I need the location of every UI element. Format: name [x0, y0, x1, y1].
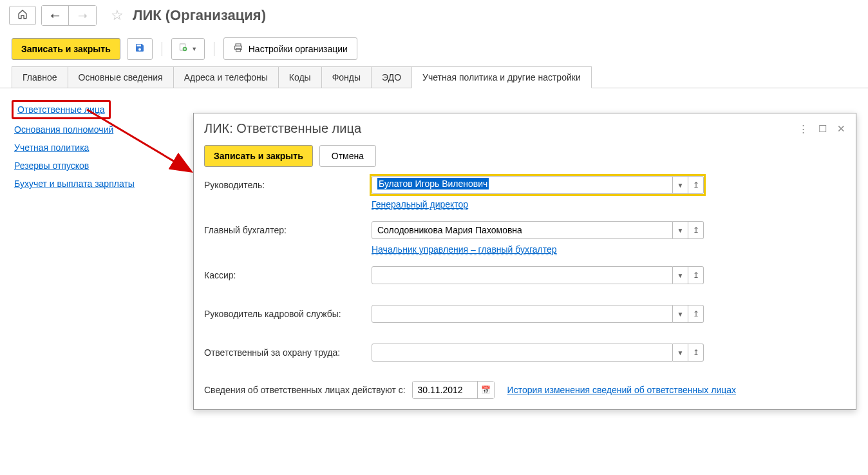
field-row-director: Руководитель: Булатов Игорь Виленович ▼ … [204, 176, 845, 194]
field-row-hr: Руководитель кадровой службы: ▼ ↥ [204, 305, 845, 323]
separator [214, 42, 214, 56]
position-row-accountant: Начальник управления – главный бухгалтер [204, 244, 845, 255]
input-wrap-hr: ▼ ↥ [372, 305, 704, 323]
label-cashier: Кассир: [204, 270, 372, 280]
content: Ответственные лица Основания полномочий … [0, 88, 868, 202]
open-button[interactable]: ↥ [688, 176, 704, 194]
caret-down-icon: ▼ [677, 272, 684, 279]
panel-controls: ⋮ ☐ ✕ [798, 123, 845, 135]
page-title: ЛИК (Организация) [133, 7, 266, 24]
input-wrap-cashier: ▼ ↥ [372, 266, 704, 284]
open-button[interactable]: ↥ [688, 305, 704, 323]
director-input[interactable]: Булатов Игорь Виленович [372, 176, 673, 194]
tab-addresses[interactable]: Адреса и телефоны [173, 66, 279, 88]
tab-basic-info[interactable]: Основные сведения [68, 66, 174, 88]
more-icon[interactable]: ⋮ [798, 123, 808, 135]
tab-main[interactable]: Главное [12, 66, 68, 88]
accountant-input[interactable] [372, 221, 673, 239]
document-plus-icon [178, 43, 189, 55]
field-row-accountant: Главный бухгалтер: ▼ ↥ [204, 221, 845, 239]
tabs: Главное Основные сведения Адреса и телеф… [0, 66, 868, 88]
history-link[interactable]: История изменения сведений об ответствен… [507, 385, 736, 395]
position-row-director: Генеральный директор [204, 199, 845, 209]
date-input-wrap: 📅 [412, 381, 495, 399]
responsible-panel: ЛИК: Ответственные лица ⋮ ☐ ✕ Записать и… [193, 113, 856, 410]
svg-rect-4 [236, 48, 240, 52]
floppy-icon [135, 43, 145, 55]
open-button[interactable]: ↥ [688, 221, 704, 239]
effective-date-label: Сведения об ответственных лицах действую… [204, 385, 406, 395]
panel-save-close-button[interactable]: Записать и закрыть [204, 145, 313, 167]
arrow-right-icon: 🠒 [78, 10, 88, 21]
open-icon: ↥ [693, 348, 699, 357]
label-accountant: Главный бухгалтер: [204, 225, 372, 235]
input-wrap-accountant: ▼ ↥ [372, 221, 704, 239]
sidebar: Ответственные лица Основания полномочий … [12, 97, 192, 193]
open-icon: ↥ [693, 226, 699, 235]
sidebar-item-vacation[interactable]: Резервы отпусков [12, 157, 192, 175]
field-row-cashier: Кассир: ▼ ↥ [204, 266, 845, 284]
create-dropdown-button[interactable]: ▼ [171, 38, 205, 60]
tab-edo[interactable]: ЭДО [371, 66, 412, 88]
open-icon: ↥ [693, 309, 699, 318]
close-icon[interactable]: ✕ [837, 123, 845, 135]
nav-button-group: 🠐 🠒 [41, 5, 97, 26]
open-icon: ↥ [693, 271, 699, 280]
effective-date-input[interactable] [413, 382, 477, 398]
main-toolbar: Записать и закрыть ▼ Настройки организац… [0, 31, 868, 66]
caret-down-icon: ▼ [677, 227, 684, 234]
top-nav: 🠐 🠒 ☆ ЛИК (Организация) [0, 0, 868, 31]
label-director: Руководитель: [204, 180, 372, 190]
caret-down-icon: ▼ [677, 311, 684, 318]
accountant-position-link[interactable]: Начальник управления – главный бухгалтер [372, 244, 557, 255]
director-position-link[interactable]: Генеральный директор [372, 199, 468, 210]
org-settings-button[interactable]: Настройки организации [223, 37, 357, 60]
org-settings-label: Настройки организации [249, 44, 348, 54]
tab-funds[interactable]: Фонды [321, 66, 372, 88]
save-button[interactable] [127, 38, 153, 60]
open-button[interactable]: ↥ [688, 266, 704, 284]
field-row-safety: Ответственный за охрану труда: ▼ ↥ [204, 344, 845, 362]
dropdown-button[interactable]: ▼ [673, 305, 688, 323]
dropdown-button[interactable]: ▼ [673, 344, 688, 362]
label-safety: Ответственный за охрану труда: [204, 347, 372, 358]
calendar-icon: 📅 [481, 385, 491, 394]
sidebar-item-authority[interactable]: Основания полномочий [12, 121, 192, 139]
back-button[interactable]: 🠐 [42, 6, 69, 25]
hr-input[interactable] [372, 305, 673, 323]
open-button[interactable]: ↥ [688, 344, 704, 362]
open-icon: ↥ [693, 180, 699, 189]
printer-icon [233, 43, 243, 55]
panel-toolbar: Записать и закрыть Отмена [194, 141, 856, 176]
home-icon [17, 9, 28, 22]
director-input-value: Булатов Игорь Виленович [377, 178, 489, 189]
tab-accounting-policy[interactable]: Учетная политика и другие настройки [411, 66, 592, 88]
dropdown-button[interactable]: ▼ [673, 221, 688, 239]
save-close-button[interactable]: Записать и закрыть [12, 38, 120, 60]
panel-cancel-button[interactable]: Отмена [319, 145, 376, 167]
star-icon[interactable]: ☆ [111, 7, 124, 24]
input-wrap-safety: ▼ ↥ [372, 344, 704, 362]
panel-header: ЛИК: Ответственные лица ⋮ ☐ ✕ [194, 113, 856, 141]
safety-input[interactable] [372, 344, 673, 362]
sidebar-item-salary[interactable]: Бухучет и выплата зарплаты [12, 175, 192, 193]
panel-body: Руководитель: Булатов Игорь Виленович ▼ … [194, 176, 856, 409]
tab-codes[interactable]: Коды [278, 66, 322, 88]
home-button[interactable] [9, 6, 36, 25]
label-hr: Руководитель кадровой службы: [204, 309, 372, 319]
calendar-button[interactable]: 📅 [477, 382, 494, 398]
caret-down-icon: ▼ [677, 182, 684, 189]
maximize-icon[interactable]: ☐ [818, 123, 827, 135]
dropdown-button[interactable]: ▼ [673, 266, 688, 284]
arrow-left-icon: 🠐 [50, 10, 60, 21]
sidebar-item-responsible[interactable]: Ответственные лица [12, 100, 111, 119]
forward-button[interactable]: 🠒 [69, 6, 96, 25]
input-wrap-director: Булатов Игорь Виленович ▼ ↥ [372, 176, 704, 194]
panel-title: ЛИК: Ответственные лица [204, 121, 798, 136]
dropdown-button[interactable]: ▼ [673, 176, 688, 194]
sidebar-item-policy[interactable]: Учетная политика [12, 139, 192, 157]
cashier-input[interactable] [372, 266, 673, 284]
caret-down-icon: ▼ [677, 349, 684, 356]
separator [162, 42, 162, 56]
caret-down-icon: ▼ [191, 46, 197, 52]
